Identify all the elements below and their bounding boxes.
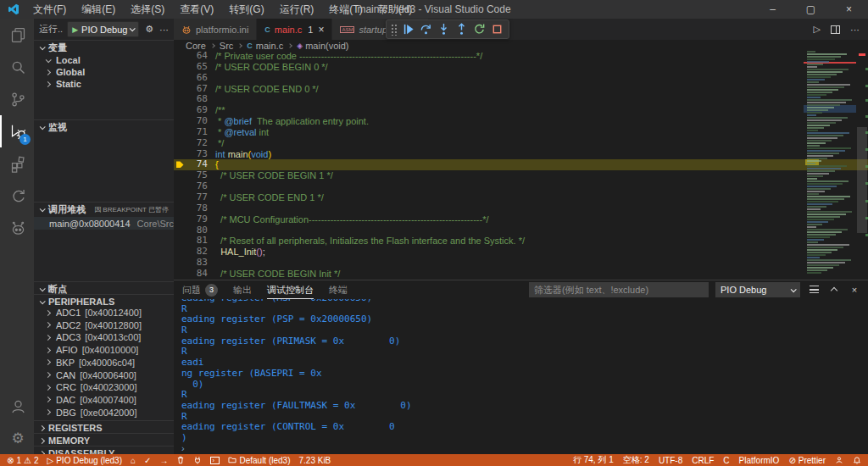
code-line[interactable]: 68	[174, 94, 868, 105]
sidebar-item-source-control[interactable]	[0, 83, 34, 115]
code-line[interactable]: 77 /* USER CODE END 1 */	[174, 192, 868, 203]
menu-item[interactable]: 查看(V)	[172, 0, 221, 19]
variables-scope-local[interactable]: Local	[34, 54, 174, 66]
breadcrumb-item[interactable]: main(void)	[305, 41, 348, 51]
breadcrumb-item[interactable]: Core	[186, 41, 206, 51]
more-actions-icon[interactable]: ···	[159, 25, 169, 35]
code-editor[interactable]: 64/* Private user code -----------------…	[174, 51, 868, 280]
notifications-button[interactable]	[853, 456, 861, 464]
stop-button[interactable]	[488, 20, 506, 38]
tab-terminal[interactable]: 终端	[329, 280, 348, 299]
peripheral-dbg[interactable]: DBG[0xe0042000]	[34, 407, 174, 419]
continue-button[interactable]	[399, 20, 417, 38]
tab-debug-console[interactable]: 调试控制台	[267, 280, 314, 299]
settings-button[interactable]: ⚙	[0, 422, 34, 454]
debug-console-input[interactable]: ›	[174, 442, 868, 454]
tab-main-c[interactable]: C main.c 1 ×	[257, 19, 332, 40]
more-actions-icon[interactable]: ···	[850, 25, 860, 35]
code-line[interactable]: 66	[174, 73, 868, 84]
split-editor-icon[interactable]	[831, 25, 840, 34]
feedback-button[interactable]	[835, 456, 843, 464]
peripheral-adc3[interactable]: ADC3[0x40013c00]	[34, 331, 174, 343]
pio-terminal-button[interactable]: ›	[210, 457, 220, 464]
code-line[interactable]: 84 /* USER CODE BEGIN Init */	[174, 269, 868, 280]
toolbar-grip-handle[interactable]	[391, 24, 398, 36]
code-line[interactable]: 83	[174, 258, 868, 269]
line-number[interactable]: 71	[186, 127, 208, 138]
pio-clean-button[interactable]	[176, 456, 185, 464]
section-watch[interactable]: 监视	[34, 119, 174, 134]
run-file-icon[interactable]: ▷	[814, 24, 821, 35]
debug-session-status[interactable]: ▷PIO Debug (led3)	[47, 456, 122, 465]
code-line[interactable]: 69/**	[174, 105, 868, 116]
console-session-select[interactable]: PIO Debug	[715, 282, 800, 297]
line-number[interactable]: 64	[186, 51, 208, 62]
line-number[interactable]: 79	[186, 214, 208, 225]
maximize-button[interactable]: ▢	[792, 0, 830, 19]
editor-scrollbar[interactable]	[856, 51, 868, 280]
code-line[interactable]: 74{	[174, 159, 868, 170]
gutter[interactable]	[174, 51, 186, 62]
prettier-status[interactable]: ⊘Prettier	[788, 456, 826, 465]
line-number[interactable]: 83	[186, 258, 208, 269]
breadcrumb-item[interactable]: Src	[220, 41, 234, 51]
line-number[interactable]: 78	[186, 203, 208, 214]
gutter[interactable]	[174, 84, 186, 95]
pio-env-switcher[interactable]: Default (led3)	[228, 456, 290, 465]
sidebar-item-run-and-debug[interactable]: 1	[0, 115, 34, 147]
peripheral-can[interactable]: CAN[0x40006400]	[34, 369, 174, 381]
account-button[interactable]	[0, 390, 34, 422]
gutter[interactable]	[174, 203, 186, 214]
gutter[interactable]	[174, 247, 186, 258]
sidebar-item-platformio[interactable]	[0, 212, 34, 244]
peripheral-afio[interactable]: AFIO[0x40010000]	[34, 344, 174, 356]
code-line[interactable]: 72 */	[174, 138, 868, 149]
language-mode-status[interactable]: C	[723, 456, 729, 465]
console-filter-input[interactable]	[529, 282, 709, 297]
code-line[interactable]: 64/* Private user code -----------------…	[174, 51, 868, 62]
stack-frame-row[interactable]: main@0x08000414 Core\Src\mai...	[34, 217, 174, 230]
close-panel-icon[interactable]: ×	[848, 285, 861, 295]
pio-upload-button[interactable]: →	[159, 456, 168, 465]
peripheral-adc1[interactable]: ADC1[0x40012400]	[34, 307, 174, 319]
gutter[interactable]	[174, 269, 186, 280]
menu-item[interactable]: 转到(G)	[221, 0, 271, 19]
minimize-button[interactable]: –	[754, 0, 792, 19]
gutter[interactable]	[174, 181, 186, 192]
code-line[interactable]: 78	[174, 203, 868, 214]
code-line[interactable]: 71 * @retval int	[174, 127, 868, 138]
gutter[interactable]	[174, 192, 186, 203]
menu-item[interactable]: 文件(F)	[25, 0, 74, 19]
gutter[interactable]	[174, 62, 186, 73]
gutter[interactable]	[174, 258, 186, 269]
debug-settings-gear-icon[interactable]: ⚙	[145, 24, 153, 35]
platformio-status[interactable]: PlatformIO	[739, 456, 780, 465]
line-number[interactable]: 65	[186, 62, 208, 73]
line-number[interactable]: 72	[186, 138, 208, 149]
start-debug-icon[interactable]: ▶	[72, 25, 78, 34]
eol-status[interactable]: CRLF	[692, 456, 714, 465]
breadcrumb-item[interactable]: main.c	[256, 41, 283, 51]
gutter[interactable]	[174, 149, 186, 160]
gutter[interactable]	[174, 116, 186, 127]
problems-status[interactable]: ⊗1⚠2	[7, 456, 38, 465]
code-line[interactable]: 81 /* Reset of all peripherals, Initiali…	[174, 236, 868, 247]
close-button[interactable]: ×	[830, 0, 868, 19]
gutter[interactable]	[174, 127, 186, 138]
gutter[interactable]	[174, 73, 186, 84]
close-tab-icon[interactable]: ×	[318, 24, 324, 36]
code-line[interactable]: 67/* USER CODE END 0 */	[174, 84, 868, 95]
step-into-button[interactable]	[435, 20, 453, 38]
cursor-position-status[interactable]: 行 74, 列 1	[573, 454, 614, 466]
launch-config-select[interactable]: ▶ PIO Debug	[67, 21, 139, 37]
tab-problems[interactable]: 问题3	[182, 280, 218, 299]
line-number[interactable]: 84	[186, 269, 208, 280]
line-number[interactable]: 66	[186, 73, 208, 84]
section-disassembly[interactable]: DISASSEMBLY	[34, 446, 174, 454]
tab-output[interactable]: 输出	[233, 280, 252, 299]
gutter[interactable]	[174, 214, 186, 225]
step-out-button[interactable]	[453, 20, 470, 38]
pio-build-button[interactable]: ✓	[144, 456, 151, 465]
line-number[interactable]: 77	[186, 192, 208, 203]
peripheral-crc[interactable]: CRC[0x40023000]	[34, 381, 174, 393]
